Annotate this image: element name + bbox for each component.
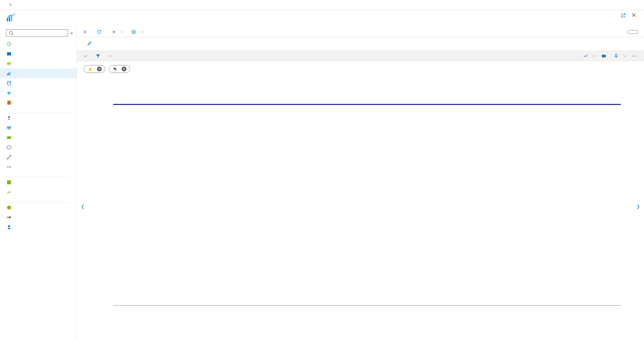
chip-remove-button[interactable]: ✕	[97, 67, 102, 71]
refresh-icon	[97, 29, 102, 35]
chevron-down-icon	[592, 53, 596, 59]
filter-icon	[95, 53, 101, 59]
service-health-icon	[6, 90, 12, 96]
chevron-down-icon	[623, 53, 626, 59]
edit-title-button[interactable]	[87, 41, 92, 47]
more-actions-button[interactable]: ⋯	[632, 52, 638, 59]
close-icon	[631, 12, 636, 18]
more-icon: ⋯	[6, 164, 12, 170]
svg-point-25	[134, 32, 134, 32]
chart-prev-button[interactable]	[79, 203, 87, 212]
sidebar-item-more[interactable]: ⋯	[0, 162, 77, 172]
svg-point-20	[7, 216, 9, 218]
breadcrumb-separator: >	[9, 2, 12, 8]
sidebar-item-storage[interactable]	[0, 133, 77, 142]
feedback-button[interactable]	[131, 29, 145, 35]
chart-next-button[interactable]	[634, 203, 642, 212]
svg-point-10	[8, 81, 11, 83]
svg-rect-8	[8, 73, 9, 75]
pin-icon	[614, 53, 619, 59]
sidebar-search-input[interactable]	[6, 29, 68, 37]
advisor-icon	[6, 214, 12, 220]
sidebar-group-support	[0, 197, 77, 202]
page-header	[0, 10, 644, 27]
chevron-down-icon	[141, 29, 145, 35]
chip-remove-button[interactable]: ✕	[122, 67, 127, 71]
svg-point-24	[133, 32, 133, 32]
sidebar-item-logs[interactable]	[0, 78, 77, 88]
sidebar-group-insights	[0, 108, 77, 113]
svg-rect-14	[8, 129, 10, 130]
svg-rect-6	[7, 62, 11, 65]
feedback-icon	[131, 29, 136, 35]
usage-icon	[6, 205, 12, 211]
workbooks-icon	[6, 100, 12, 106]
metric-chip[interactable]: ✕	[84, 65, 105, 73]
add-filter-button[interactable]	[95, 53, 103, 59]
network-icon	[6, 154, 12, 160]
sidebar-item-alerts[interactable]	[0, 59, 77, 68]
add-metric-icon	[83, 53, 88, 59]
documentation-link[interactable]	[620, 13, 626, 18]
sidebar-item-containers[interactable]	[0, 142, 77, 152]
svg-point-16	[7, 158, 9, 159]
chart-canvas[interactable]	[96, 77, 625, 338]
svg-rect-9	[10, 72, 11, 76]
sidebar-item-vms[interactable]	[0, 123, 77, 133]
filter-chip[interactable]: ✕	[109, 65, 130, 73]
breadcrumb: >	[0, 0, 644, 10]
svg-rect-15	[7, 136, 11, 139]
plus-icon	[82, 29, 87, 35]
pin-dashboard-button[interactable]	[614, 53, 626, 59]
share-icon	[111, 29, 116, 35]
svg-rect-5	[7, 52, 11, 56]
sidebar-item-workbooks[interactable]	[0, 98, 77, 108]
share-button[interactable]	[111, 29, 124, 35]
sidebar-item-diagnostics[interactable]	[0, 177, 77, 187]
svg-rect-13	[7, 126, 11, 129]
sidebar-item-activity-log[interactable]	[0, 49, 77, 59]
sidebar-item-new-support[interactable]	[0, 222, 77, 232]
sidebar-collapse-toggle[interactable]: «	[70, 30, 73, 36]
tag-icon	[113, 67, 117, 71]
toolbar	[77, 27, 644, 37]
sidebar-item-advisor[interactable]	[0, 212, 77, 222]
svg-point-3	[9, 31, 12, 34]
sidebar-item-autoscale[interactable]	[0, 187, 77, 197]
sidebar-item-service-health[interactable]	[0, 88, 77, 98]
chart-filters-bar: ⋯	[77, 50, 644, 61]
monitor-logo-icon	[6, 12, 16, 23]
activity-log-icon	[6, 51, 12, 57]
refresh-button[interactable]	[97, 29, 104, 35]
split-icon	[108, 53, 113, 59]
add-metric-button[interactable]	[83, 53, 90, 59]
apply-splitting-button[interactable]	[108, 53, 115, 59]
pencil-icon	[87, 41, 92, 46]
svg-point-21	[9, 216, 11, 218]
new-alert-rule-button[interactable]	[601, 53, 608, 59]
new-chart-button[interactable]	[82, 29, 90, 35]
svg-rect-0	[7, 18, 8, 21]
close-button[interactable]	[631, 12, 636, 19]
svg-point-12	[8, 116, 10, 118]
sidebar-item-metrics[interactable]	[0, 68, 77, 78]
svg-point-22	[8, 225, 10, 227]
svg-rect-26	[602, 55, 606, 57]
svg-point-23	[132, 30, 136, 34]
time-range-selector[interactable]	[627, 30, 639, 34]
sidebar-item-network[interactable]	[0, 152, 77, 162]
overview-icon	[6, 41, 12, 47]
logs-icon	[6, 80, 12, 86]
main-content: ⋯ ✕ ✕	[77, 27, 644, 341]
sidebar-item-applications[interactable]	[0, 113, 77, 123]
alerts-icon	[6, 61, 12, 67]
line-chart-icon	[583, 53, 588, 59]
applications-icon	[6, 115, 12, 121]
sidebar-item-usage[interactable]	[0, 203, 77, 212]
chevron-down-icon	[121, 29, 124, 35]
warning-icon	[88, 67, 92, 71]
svg-rect-1	[9, 17, 10, 21]
sidebar-item-overview[interactable]	[0, 39, 77, 49]
sidebar-group-settings	[0, 172, 77, 177]
chart-type-selector[interactable]	[583, 53, 596, 59]
